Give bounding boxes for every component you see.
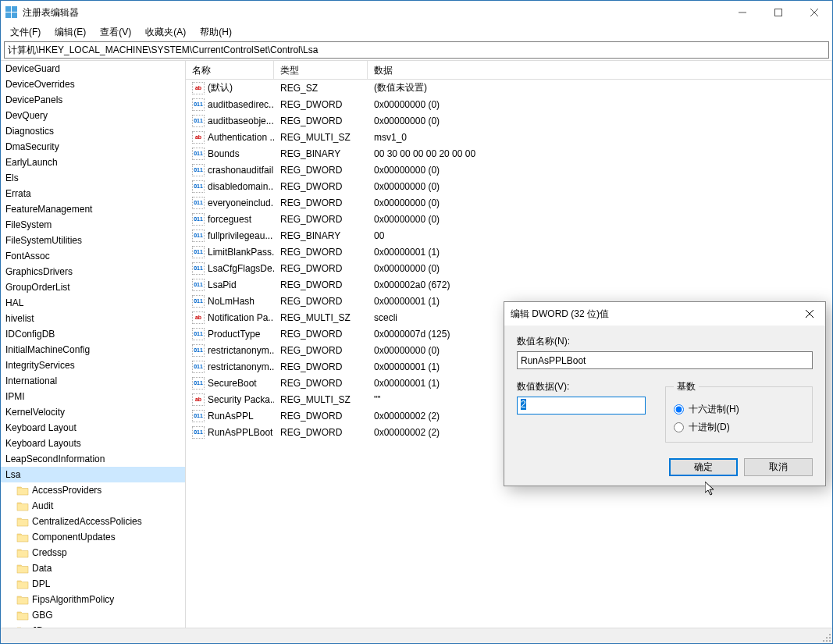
tree-item-label: Errata [5,188,31,199]
dialog-titlebar[interactable]: 编辑 DWORD (32 位)值 [504,302,825,326]
radio-dec[interactable]: 十进制(D) [674,421,804,434]
tree-item[interactable]: AccessProviders [1,482,185,498]
tree-item[interactable]: Credssp [1,545,185,560]
close-button[interactable] [796,1,832,24]
tree-item[interactable]: Data [1,560,185,576]
tree-item[interactable]: IPMI [1,389,185,404]
list-row[interactable]: 011LsaCfgFlagsDe...REG_DWORD0x00000000 (… [186,260,832,276]
binary-value-icon: 011 [192,229,205,242]
statusbar [1,628,832,643]
titlebar[interactable]: 注册表编辑器 [1,1,832,24]
col-name[interactable]: 名称 [186,61,274,79]
tree-item-label: KernelVelocity [5,407,65,418]
tree-item[interactable]: InitialMachineConfig [1,342,185,358]
svg-point-9 [826,637,828,639]
tree-item[interactable]: DevQuery [1,108,185,123]
tree-item[interactable]: DeviceGuard [1,61,185,76]
resize-grip-icon[interactable] [822,633,831,642]
tree-item[interactable]: IntegrityServices [1,358,185,373]
tree-item[interactable]: FontAssoc [1,248,185,264]
tree-item[interactable]: KernelVelocity [1,404,185,420]
tree-item[interactable]: DPL [1,576,185,592]
tree-item-label: FileSystemUtilities [5,235,82,246]
menu-item[interactable]: 收藏夹(A) [139,24,192,41]
binary-value-icon: 011 [192,180,205,193]
tree-item-label: GBG [32,610,53,621]
ok-button[interactable]: 确定 [669,458,738,476]
value-name: LimitBlankPass... [208,247,274,258]
address-bar[interactable]: 计算机\HKEY_LOCAL_MACHINE\SYSTEM\CurrentCon… [4,41,829,59]
tree-item[interactable]: LeapSecondInformation [1,451,185,467]
tree-item[interactable]: Errata [1,186,185,201]
tree-item[interactable]: Diagnostics [1,123,185,139]
cancel-button[interactable]: 取消 [744,458,813,476]
value-type: REG_DWORD [274,411,368,422]
tree-item[interactable]: GBG [1,607,185,623]
tree-item[interactable]: JD [1,623,185,628]
list-row[interactable]: 011everyoneinclud...REG_DWORD0x00000000 … [186,194,832,211]
value-name-input[interactable] [517,351,813,369]
tree-item[interactable]: FipsAlgorithmPolicy [1,592,185,607]
tree-item[interactable]: ComponentUpdates [1,529,185,545]
value-type: REG_BINARY [274,230,368,241]
tree-item[interactable]: GraphicsDrivers [1,264,185,279]
tree-view[interactable]: DeviceGuardDeviceOverridesDevicePanelsDe… [1,61,186,628]
tree-item[interactable]: DevicePanels [1,92,185,108]
tree-item[interactable]: GroupOrderList [1,279,185,295]
value-data-input[interactable]: 2 [517,397,646,415]
value-type: REG_DWORD [274,181,368,192]
tree-item[interactable]: DmaSecurity [1,139,185,155]
value-data: 0x00000000 (0) [368,116,832,126]
tree-item-label: hivelist [5,313,34,324]
minimize-button[interactable] [724,1,760,24]
binary-value-icon: 011 [192,279,205,291]
list-row[interactable]: ab(默认)REG_SZ(数值未设置) [186,80,832,96]
col-type[interactable]: 类型 [274,61,368,79]
svg-rect-2 [5,12,11,18]
list-row[interactable]: 011crashonauditfailREG_DWORD0x00000000 (… [186,162,832,178]
list-row[interactable]: 011auditbasedirec...REG_DWORD0x00000000 … [186,96,832,112]
value-name-label: 数值名称(N): [517,335,813,348]
tree-item[interactable]: Keyboard Layouts [1,436,185,451]
tree-item[interactable]: HAL [1,295,185,311]
list-row[interactable]: 011fullprivilegeau...REG_BINARY00 [186,227,832,244]
radio-hex[interactable]: 十六进制(H) [674,403,804,416]
tree-item[interactable]: Lsa [1,467,185,482]
list-row[interactable]: 011LsaPidREG_DWORD0x000002a0 (672) [186,276,832,293]
list-row[interactable]: 011auditbaseobje...REG_DWORD0x00000000 (… [186,112,832,129]
col-data[interactable]: 数据 [368,61,832,79]
value-name: (默认) [208,81,233,94]
value-name: LsaCfgFlagsDe... [208,263,274,274]
tree-item[interactable]: DeviceOverrides [1,76,185,92]
list-row[interactable]: 011disabledomain...REG_DWORD0x00000000 (… [186,178,832,194]
tree-item[interactable]: Keyboard Layout [1,420,185,436]
list-row[interactable]: 011forceguestREG_DWORD0x00000000 (0) [186,211,832,227]
tree-item[interactable]: Audit [1,498,185,514]
folder-icon [16,547,29,558]
folder-icon [16,578,29,589]
tree-item[interactable]: International [1,373,185,389]
dialog-close-button[interactable] [794,302,825,326]
tree-item-label: FileSystem [5,219,52,230]
list-row[interactable]: 011BoundsREG_BINARY00 30 00 00 00 20 00 … [186,145,832,162]
tree-item[interactable]: IDConfigDB [1,326,185,342]
tree-item-label: ComponentUpdates [32,532,116,543]
menu-item[interactable]: 查看(V) [94,24,137,41]
tree-item[interactable]: Els [1,170,185,186]
list-row[interactable]: 011LimitBlankPass...REG_DWORD0x00000001 … [186,244,832,260]
menu-item[interactable]: 编辑(E) [48,24,92,41]
tree-item[interactable]: hivelist [1,311,185,326]
list-row[interactable]: abAuthentication ...REG_MULTI_SZmsv1_0 [186,129,832,145]
tree-item-label: IDConfigDB [5,329,55,340]
menu-item[interactable]: 帮助(H) [194,24,238,41]
tree-item[interactable]: FileSystem [1,217,185,233]
tree-item[interactable]: EarlyLaunch [1,155,185,170]
tree-item[interactable]: FileSystemUtilities [1,233,185,248]
dialog-title: 编辑 DWORD (32 位)值 [511,308,794,321]
svg-rect-0 [5,6,11,12]
maximize-button[interactable] [760,1,796,24]
tree-item[interactable]: CentralizedAccessPolicies [1,514,185,529]
value-name: auditbaseobje... [208,116,274,126]
tree-item[interactable]: FeatureManagement [1,201,185,217]
menu-item[interactable]: 文件(F) [4,24,47,41]
